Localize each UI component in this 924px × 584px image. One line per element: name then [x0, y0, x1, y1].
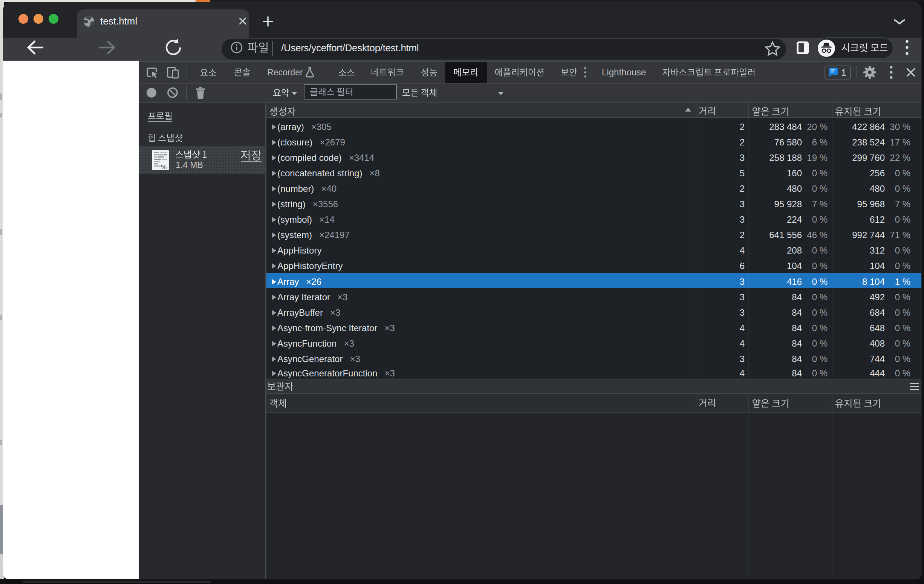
svg-text:%: % — [161, 163, 167, 171]
